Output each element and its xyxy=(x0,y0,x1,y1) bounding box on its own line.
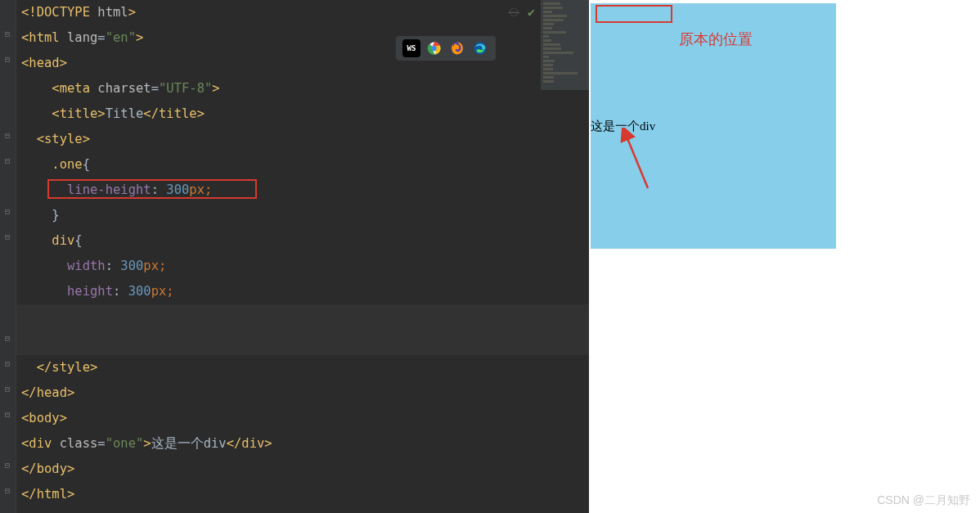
svg-line-4 xyxy=(625,133,648,188)
code-line[interactable]: </style> xyxy=(21,355,584,380)
code-line[interactable]: </head> xyxy=(21,380,584,406)
code-line[interactable]: <head> xyxy=(21,51,584,76)
annotation-original-position: 原本的位置 xyxy=(679,29,753,49)
browser-launch-bar: WS xyxy=(396,36,496,61)
code-line[interactable]: <title>Title</title> xyxy=(21,101,584,127)
code-line[interactable]: <meta charset="UTF-8"> xyxy=(21,76,584,101)
code-line[interactable]: <div class="one">这是一个div</div> xyxy=(21,431,584,457)
code-line[interactable]: <html lang="en"> xyxy=(21,25,584,51)
webstorm-icon[interactable]: WS xyxy=(402,39,420,57)
code-area[interactable]: <!DOCTYPE html><html lang="en"><head> <m… xyxy=(16,0,589,513)
code-line[interactable]: height: 300px; xyxy=(21,279,584,304)
watermark: CSDN @二月知野 xyxy=(877,493,970,508)
code-line[interactable]: <style> xyxy=(21,127,584,152)
browser-preview-pane: 这是一个div 原本的位置 xyxy=(589,0,980,513)
code-line[interactable]: </html> xyxy=(21,482,584,507)
chrome-icon[interactable] xyxy=(425,39,443,57)
code-editor-pane[interactable]: ⊟ ⊟ ⊟ ⊟ ⊟ ⊟ ⊟ ⊟ ⊟ ⊟ ⊟ ⊟ <!DOCTYPE html><… xyxy=(0,0,589,513)
code-line[interactable]: } xyxy=(21,203,584,228)
no-problems-icon[interactable]: ⦵ xyxy=(508,5,519,20)
inspection-icons: ⦵ ✔ xyxy=(508,5,535,20)
code-line[interactable]: </body> xyxy=(21,457,584,482)
minimap[interactable] xyxy=(540,0,589,90)
code-line[interactable]: .one{ xyxy=(21,152,584,178)
highlight-original-position xyxy=(596,5,672,23)
arrow-icon xyxy=(615,128,656,191)
edge-icon[interactable] xyxy=(471,39,489,57)
code-line[interactable]: div{ xyxy=(21,228,584,254)
code-line[interactable]: width: 300px; xyxy=(21,254,584,279)
check-icon[interactable]: ✔ xyxy=(528,5,535,20)
code-line[interactable]: <body> xyxy=(21,406,584,431)
code-line[interactable]: line-height: 300px; xyxy=(21,178,584,203)
firefox-icon[interactable] xyxy=(448,39,466,57)
editor-gutter: ⊟ ⊟ ⊟ ⊟ ⊟ ⊟ ⊟ ⊟ ⊟ ⊟ ⊟ ⊟ xyxy=(0,0,16,513)
code-line[interactable]: <!DOCTYPE html> xyxy=(21,0,584,25)
